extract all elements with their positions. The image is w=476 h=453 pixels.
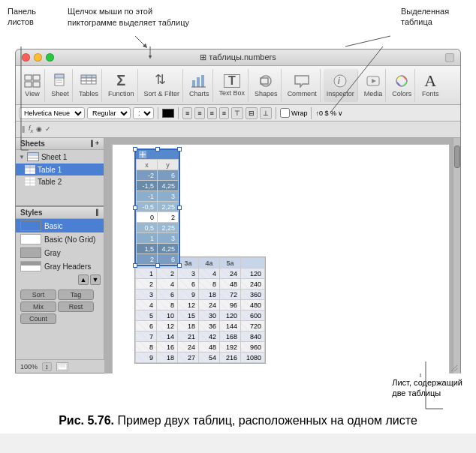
tag-btn[interactable]: Tag (58, 290, 94, 300)
handle-bc[interactable] (155, 263, 160, 268)
inspector-icon: i (331, 74, 349, 88)
align-justify-btn[interactable]: ≡ (219, 107, 229, 119)
style-item-basic-no-grid[interactable]: Basic (No Grid) (16, 232, 104, 246)
align-right-btn[interactable]: ≡ (207, 107, 217, 119)
toolbar-textbox[interactable]: T Text Box (216, 69, 249, 102)
rest-btn[interactable]: Rest (58, 302, 94, 312)
table1-cell[interactable]: -0,5 (137, 202, 158, 212)
table1-cell[interactable]: -1,5 (137, 181, 158, 191)
table1-cell[interactable]: 4,25 (158, 181, 179, 191)
minimize-button[interactable] (34, 53, 42, 62)
table1-cell[interactable]: 2 (158, 212, 179, 223)
handle-tr[interactable] (177, 147, 182, 152)
sidebar-collapse-btn[interactable]: ‖ (90, 140, 94, 148)
zoom-btn[interactable]: ↕ (42, 362, 52, 371)
toolbar-tables[interactable]: Tables (76, 69, 102, 102)
bottom-area: Лист, содержащий две таблицы Рис. 5.76. … (0, 374, 476, 434)
table1-cell[interactable]: 3 (158, 191, 179, 202)
toolbar-sort[interactable]: ⇅ Sort & Filter (141, 69, 184, 102)
style-item-gray-headers[interactable]: Gray Headers (16, 260, 104, 273)
valign-top-btn[interactable]: ⊤ (231, 107, 243, 119)
scroll-up-btn[interactable]: ▲ (78, 274, 89, 285)
handle-mr[interactable] (177, 206, 182, 210)
toolbar-fonts[interactable]: A Fonts (418, 69, 442, 102)
toolbar-function[interactable]: Σ Function (105, 69, 138, 102)
style-action-buttons: Sort Tag Mix Rest Count (16, 286, 104, 327)
sidebar-add-btn[interactable]: + (95, 140, 99, 148)
handle-ml[interactable] (133, 206, 137, 210)
maximize-button[interactable] (46, 53, 54, 62)
sidebar-item-table1[interactable]: Table 1 (16, 164, 104, 176)
svg-rect-10 (81, 75, 96, 78)
table1-cell[interactable]: 6 (158, 170, 179, 181)
canvas-area[interactable]: x y -26 -1,54,25 -13 -0,52,25 02 0,52,25… (104, 138, 460, 378)
valign-bot-btn[interactable]: ⊥ (260, 107, 272, 119)
page-icon (57, 363, 68, 370)
table1-cell[interactable]: 4,25 (158, 244, 179, 254)
scroll-down-btn[interactable]: ▼ (90, 274, 101, 285)
align-left-btn[interactable]: ≡ (182, 107, 192, 119)
wrap-checkbox[interactable] (280, 108, 290, 118)
resize-handle[interactable] (448, 362, 457, 371)
table1-icon (25, 165, 35, 174)
charts-icon (190, 74, 208, 88)
title-bar: ⊞ таблицы.numbers (16, 50, 460, 66)
valign-mid-btn[interactable]: ⊟ (246, 107, 258, 119)
toolbar-sheet[interactable]: Sheet (48, 69, 73, 102)
color-swatch[interactable] (162, 109, 174, 118)
font-select[interactable]: Helvetica Neue (19, 107, 85, 119)
handle-tc[interactable] (155, 147, 160, 152)
table1-cell[interactable]: 2,25 (158, 223, 179, 233)
format-extra: ↑0 $ % ∨ (315, 110, 343, 117)
formula-bar: ‖ fx ◉ ✓ (16, 122, 460, 138)
table1-cell[interactable]: 3 (158, 233, 179, 244)
table1-container[interactable]: x y -26 -1,54,25 -13 -0,52,25 02 0,52,25… (134, 148, 180, 266)
sidebar-triangle: ▼ (19, 154, 25, 160)
toolbar-shapes[interactable]: Shapes (252, 69, 282, 102)
table1-label: Table 1 (38, 166, 62, 174)
mix-btn[interactable]: Mix (20, 302, 56, 312)
page-indicator[interactable] (56, 362, 68, 371)
table1-cell[interactable]: 2 (137, 254, 158, 265)
table2-container[interactable]: a 2a 3a 4a 5a 123424120 246848240 36 (134, 256, 266, 364)
toolbar-colors[interactable]: Colors (389, 69, 415, 102)
toolbar-charts[interactable]: Charts (186, 69, 213, 102)
annotation-schyolchok: Щелчок мыши по этой пиктограмме выделяет… (68, 6, 218, 29)
table1-cell[interactable]: -2 (137, 170, 158, 181)
sort-icon: ⇅ (152, 74, 170, 88)
traffic-lights (22, 53, 54, 62)
table1-cell[interactable]: 0 (137, 212, 158, 223)
toolbar-inspector[interactable]: i Inspector (324, 69, 358, 102)
style-label-no-grid: Basic (No Grid) (44, 236, 95, 244)
table1-cell[interactable]: 1,5 (137, 244, 158, 254)
canvas-scrollbar-v[interactable] (453, 138, 460, 378)
table1-cell[interactable]: 2,25 (158, 202, 179, 212)
window-zoom-icon[interactable] (445, 53, 454, 62)
formula-circle: ◉ (36, 125, 42, 133)
table2-col-6a (241, 258, 265, 268)
sort-btn[interactable]: Sort (20, 290, 56, 300)
count-btn[interactable]: Count (20, 314, 56, 324)
sheet1-icon (27, 152, 39, 161)
style-item-basic[interactable]: Basic (16, 219, 104, 232)
align-center-btn[interactable]: ≡ (194, 107, 204, 119)
styles-panel: Styles ‖ Basic Basic (No Grid) (16, 206, 104, 327)
table1-cell[interactable]: 6 (158, 254, 179, 265)
toolbar-media[interactable]: Media (361, 69, 387, 102)
style-select[interactable]: Regular (87, 107, 131, 119)
table1-cell[interactable]: -1 (137, 191, 158, 202)
size-select[interactable]: 10 (133, 107, 154, 119)
sidebar-item-sheet1[interactable]: ▼ Sheet 1 (16, 150, 104, 164)
scrollbar-thumb[interactable] (454, 146, 460, 168)
handle-br[interactable] (177, 263, 182, 268)
styles-btn[interactable]: ‖ (95, 208, 99, 217)
style-item-gray[interactable]: Gray (16, 246, 104, 260)
table1-cell[interactable]: 1 (137, 233, 158, 244)
table1-cell[interactable]: 0,5 (137, 223, 158, 233)
handle-tl[interactable] (133, 147, 137, 152)
toolbar-view[interactable]: View (20, 69, 45, 102)
sidebar-item-table2[interactable]: Table 2 (16, 176, 104, 188)
handle-bl[interactable] (133, 263, 137, 268)
close-button[interactable] (22, 53, 30, 62)
toolbar-comment[interactable]: Comment (285, 69, 321, 102)
